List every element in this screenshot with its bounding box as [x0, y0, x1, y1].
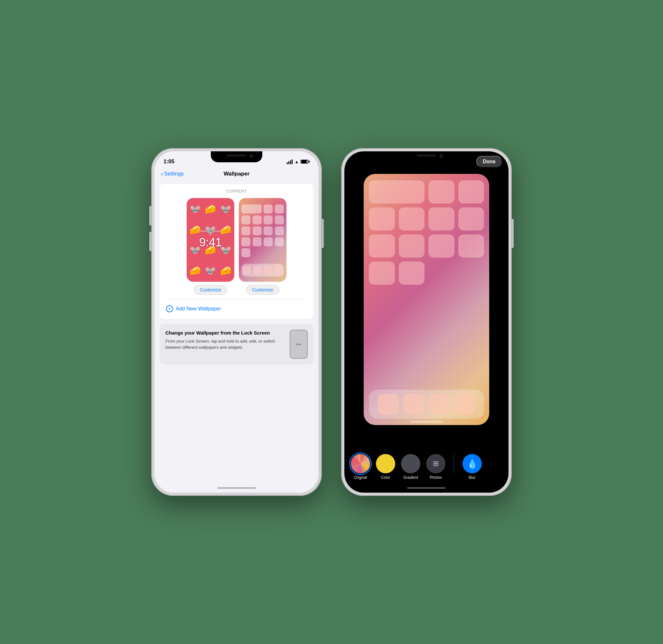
big-home-icons-row1 [364, 174, 489, 203]
lock-time-overlay: Tuesday, January 8 9:41 [199, 229, 222, 248]
original-label: Original [354, 475, 367, 480]
big-wallpaper-preview [364, 174, 489, 425]
front-camera-2 [439, 154, 443, 158]
toolbar-options: Original Color Gradient ⊞ Pho [351, 454, 502, 480]
tool-blur[interactable]: 💧 Blur [462, 454, 482, 480]
big-dock-icon-3 [429, 394, 450, 415]
emoji-11: 🐭 [203, 261, 218, 281]
big-icon-11 [369, 262, 395, 285]
customize-screen: Done [344, 151, 508, 493]
front-camera [249, 154, 253, 158]
home-screen-preview[interactable]: Customize [239, 198, 287, 295]
home-icon-4 [253, 216, 262, 224]
page-title: Wallpaper [224, 171, 250, 177]
home-icon-5 [264, 216, 273, 224]
info-title: Change your Wallpaper from the Lock Scre… [165, 330, 284, 336]
big-icon-wide [369, 180, 425, 203]
big-home-icons-row3 [364, 235, 489, 258]
home-icon-9 [264, 226, 273, 236]
info-phone-thumb: 9:41 [290, 330, 308, 359]
home-icon-6 [275, 216, 284, 224]
big-dock [369, 390, 484, 419]
phone-2: Done [341, 148, 512, 496]
big-icon-1 [428, 180, 454, 203]
big-icon-10 [458, 235, 484, 258]
lock-time: 9:41 [199, 237, 222, 248]
home-icon-14 [275, 237, 284, 246]
home-icon-12 [253, 237, 262, 246]
tool-gradient[interactable]: Gradient [401, 454, 420, 480]
big-dock-icon-2 [403, 394, 424, 415]
dock-icon-2 [253, 266, 261, 275]
wallpaper-settings-screen: 1:05 ▲ [155, 151, 319, 493]
lock-screen-preview[interactable]: 🐭 🧀 🐭 🧀 🐭 🧀 🐭 🧀 🐭 🧀 [187, 198, 234, 295]
home-wallpaper-bg [239, 198, 287, 282]
photos-label: Photos [430, 475, 441, 480]
big-home-icons-row4 [364, 262, 489, 285]
nav-bar: ‹ Settings Wallpaper [155, 168, 319, 181]
emoji-10: 🧀 [188, 261, 202, 281]
info-text: Change your Wallpaper from the Lock Scre… [165, 330, 284, 351]
add-wallpaper-label: Add New Wallpaper [176, 306, 221, 312]
vol-up-button[interactable] [149, 206, 151, 225]
home-preview-frame [239, 198, 287, 282]
big-icon-6 [458, 207, 484, 230]
home-icon-11 [242, 237, 250, 246]
gradient-circle [401, 454, 420, 473]
big-icon-12 [399, 262, 425, 285]
battery-icon [301, 160, 310, 163]
home-icon-7 [242, 226, 250, 236]
big-icon-2 [458, 180, 484, 203]
vol-down-button[interactable] [149, 232, 151, 251]
big-home-icons-row2 [364, 207, 489, 230]
info-body: From your Lock Screen, tap and hold to a… [165, 338, 284, 351]
big-dock-icon-1 [378, 394, 398, 415]
add-wallpaper-row[interactable]: + Add New Wallpaper [165, 301, 308, 314]
big-dock-icon-4 [454, 394, 475, 415]
side-button-2[interactable] [512, 219, 514, 248]
wifi-icon: ▲ [295, 159, 299, 164]
wallpaper-previews: 🐭 🧀 🐭 🧀 🐭 🧀 🐭 🧀 🐭 🧀 [165, 198, 308, 295]
phone-1: 1:05 ▲ [151, 148, 322, 496]
lock-date: Tuesday, January 8 [199, 229, 222, 236]
toolbar-divider [454, 454, 454, 473]
color-circle [376, 454, 395, 473]
emoji-3: 🐭 [219, 199, 233, 219]
info-card: Change your Wallpaper from the Lock Scre… [160, 324, 314, 364]
big-icon-7 [369, 235, 395, 258]
back-button[interactable]: ‹ Settings [161, 170, 184, 177]
home-icon-13 [264, 237, 273, 246]
big-icon-5 [428, 207, 454, 230]
home-indicator[interactable] [217, 487, 256, 489]
lock-customize-button[interactable]: Customize [194, 285, 227, 295]
big-icon-8 [399, 235, 425, 258]
big-home-indicator [410, 421, 442, 422]
dock-icon-3 [264, 266, 272, 275]
home-icon-1 [264, 204, 273, 214]
home-icons-grid [242, 204, 284, 257]
tool-photos[interactable]: ⊞ Photos [426, 454, 445, 480]
big-icon-9 [428, 235, 454, 258]
side-button[interactable] [322, 219, 324, 248]
divider-1 [165, 299, 308, 299]
lock-preview-frame: 🐭 🧀 🐭 🧀 🐭 🧀 🐭 🧀 🐭 🧀 [187, 198, 234, 282]
tool-original[interactable]: Original [351, 454, 370, 480]
back-chevron-icon: ‹ [161, 170, 163, 177]
notch-2 [401, 151, 452, 162]
blur-label: Blur [468, 475, 475, 480]
color-label: Color [381, 475, 390, 480]
home-icon-wide [242, 204, 262, 214]
big-icon-4 [399, 207, 425, 230]
notch [211, 151, 262, 162]
dock-icon-4 [275, 266, 282, 275]
home-icon-10 [275, 226, 284, 236]
big-icon-3 [369, 207, 395, 230]
home-indicator-2[interactable] [407, 487, 446, 489]
status-time: 1:05 [163, 158, 175, 165]
tool-color[interactable]: Color [376, 454, 395, 480]
customize-toolbar: Original Color Gradient ⊞ Pho [344, 449, 508, 493]
home-customize-button[interactable]: Customize [246, 285, 279, 295]
gradient-label: Gradient [403, 475, 418, 480]
done-button[interactable]: Done [476, 156, 502, 168]
add-circle-icon: + [166, 305, 173, 312]
